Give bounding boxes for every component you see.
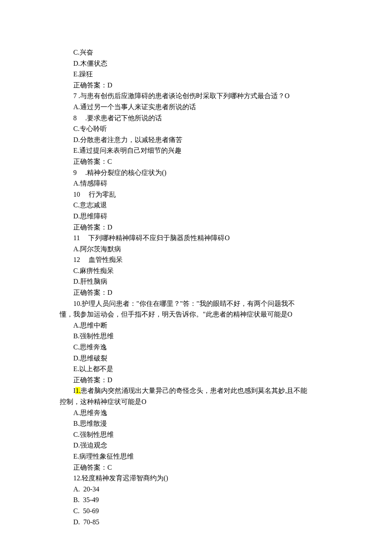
text-fragment: 患者脑内突然涌现出大量异己的奇怪念头，患者对此也感到莫名其妙,且不能 [81, 387, 307, 394]
text-line: D.肝性脑病 [60, 276, 332, 287]
text-line: A.思维奔逸 [60, 407, 332, 418]
text-line: A.通过另一个当事人来证实患者所说的话 [60, 102, 332, 113]
text-line: C.强制性思维 [60, 429, 332, 440]
text-line: 12 血管性痴呆 [60, 254, 332, 265]
text-line: 8 .要求患者记下他所说的话 [60, 113, 332, 124]
text-line: 11 下列哪种精神障碍不应归于脑器质性精神障碍O [60, 232, 332, 244]
text-line: A. 20-34 [60, 484, 332, 495]
text-line: 正确答案：C [60, 156, 332, 167]
text-line: 9 .精神分裂症的核心症状为() [60, 167, 332, 178]
text-line: B. 35-49 [60, 494, 332, 506]
text-line: D.木僵状态 [60, 58, 332, 69]
text-line: 7 .与患有创伤后应激障碍的患者谈论创伤时采取下列哪种方式最合适？O [60, 90, 332, 102]
text-line: C.兴奋 [60, 47, 332, 58]
text-line: E.躁狂 [60, 69, 332, 80]
text-line: B.思维散漫 [60, 418, 332, 429]
text-line: D.思维破裂 [60, 353, 332, 364]
text-line: 懂，我参加运动会，但手指不好，明天告诉你。"此患者的精神症状最可能是O [60, 309, 332, 320]
text-line: I1.患者脑内突然涌现出大量异己的奇怪念头，患者对此也感到莫名其妙,且不能 [60, 385, 332, 396]
text-line: D.分散患者注意力，以减轻患者痛苦 [60, 134, 332, 145]
text-line: 正确答案：D [60, 80, 332, 91]
text-line: 控制，这种精神症状可能是O [60, 396, 332, 407]
text-line: A.阿尔茨海默病 [60, 244, 332, 255]
text-line: C.思维奔逸 [60, 342, 332, 353]
text-line: 10 行为零乱 [60, 189, 332, 200]
text-line: A.情感障碍 [60, 178, 332, 189]
text-line: D.强迫观念 [60, 440, 332, 451]
text-line: C.麻痹性痴呆 [60, 265, 332, 276]
text-line: B.强制性思维 [60, 331, 332, 342]
text-line: C.意志减退 [60, 200, 332, 211]
text-line: 12.轻度精神发育迟滞智商约为() [60, 473, 332, 484]
document-content: C.兴奋D.木僵状态E.躁狂正确答案：D7 .与患有创伤后应激障碍的患者谈论创伤… [60, 47, 332, 527]
text-line: 正确答案：C [60, 462, 332, 473]
highlighted-text: 1. [75, 387, 81, 394]
text-line: C. 50-69 [60, 506, 332, 517]
text-line: E.病理性象征性思维 [60, 451, 332, 462]
document-page: C.兴奋D.木僵状态E.躁狂正确答案：D7 .与患有创伤后应激障碍的患者谈论创伤… [0, 0, 392, 555]
text-line: 正确答案：D [60, 375, 332, 386]
text-line: D. 70-85 [60, 517, 332, 528]
text-line: 10.护理人员问患者："你住在哪里？"答："我的眼睛不好，有两个问题我不 [60, 298, 332, 309]
text-line: D.思维障碍 [60, 211, 332, 222]
text-line: 正确答案：D [60, 287, 332, 298]
text-line: E.以上都不是 [60, 363, 332, 375]
text-line: C.专心聆听 [60, 123, 332, 134]
text-line: E.通过提问来表明自己对细节的兴趣 [60, 145, 332, 156]
text-line: A.思维中断 [60, 320, 332, 331]
text-line: 正确答案：D [60, 222, 332, 233]
